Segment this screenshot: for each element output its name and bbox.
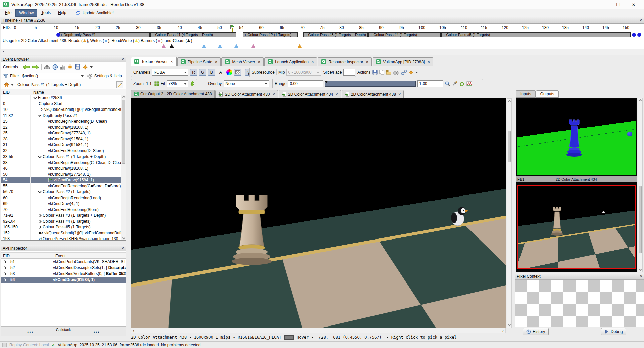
alpha-checkerboard-button[interactable] (234, 69, 241, 76)
thumbnail-attachment-438-selected[interactable] (517, 185, 636, 269)
update-available-button[interactable]: Update Available! (75, 10, 114, 16)
alpha-channel-button[interactable]: A (217, 69, 225, 76)
tab-mesh-viewer[interactable]: Mesh Viewer× (221, 57, 264, 66)
tab-texture-viewer[interactable]: Texture Viewer× (131, 57, 177, 66)
tab-close-icon[interactable]: × (366, 59, 369, 64)
event-row[interactable]: 105-150Colour Pass #5 (1 Targets) (1, 224, 122, 230)
tab-pipeline-state[interactable]: Pipeline State× (177, 57, 221, 66)
step-forward-icon[interactable] (32, 64, 39, 70)
fit-grid-icon[interactable] (154, 81, 159, 86)
event-row[interactable]: 92-104Colour Pass #4 (1 Targets) (1, 219, 122, 225)
copy-icon[interactable] (379, 70, 384, 75)
usage-marker-row[interactable] (1, 43, 644, 49)
event-row[interactable]: 54vkCmdDraw(91584, 1) (1, 177, 122, 183)
settings-help-link[interactable]: Settings & Help (94, 74, 122, 78)
expand-icon[interactable] (38, 214, 42, 217)
timeline-scroll-strip[interactable]: ‹ (1, 49, 644, 55)
timing-icon[interactable] (52, 64, 58, 70)
usage-marker-writes[interactable] (234, 44, 238, 48)
timeline-close-icon[interactable]: × (639, 19, 642, 22)
event-row[interactable]: 50vkCmdDraw(277248, 1) (1, 172, 122, 178)
callstack-strip[interactable]: Callstack ••• ••• (1, 326, 126, 336)
api-call-row[interactable]: 51vkCmdPushConstants(VK_SHADER_STAG (1, 259, 126, 265)
menu-item-tools[interactable]: Tools (38, 9, 54, 17)
home-icon[interactable] (4, 82, 9, 87)
pass-bar[interactable]: + Colour Pass #1 (4 Targets + Depth) (150, 32, 236, 37)
texture-image-viewport[interactable] (131, 98, 506, 328)
close-button[interactable]: ✕ (626, 0, 641, 9)
tab-close-icon[interactable]: × (335, 92, 338, 97)
usage-marker-reads[interactable] (298, 44, 302, 48)
tab-vulkanapp-pid-27988-[interactable]: VulkanApp [PID 27988]× (373, 57, 433, 66)
timeline-header[interactable]: Timeline - Frame #2536 × (1, 17, 644, 24)
usage-marker-writes[interactable] (218, 44, 222, 48)
event-row[interactable]: 69vkCmdDraw(4, 1) (1, 201, 122, 207)
tab-inputs[interactable]: Inputs (516, 90, 536, 98)
api-inspector-close-icon[interactable]: × (121, 247, 124, 250)
breadcrumb-caret[interactable] (11, 84, 14, 86)
collapse-icon[interactable] (38, 190, 42, 193)
usage-marker-clears[interactable] (170, 44, 174, 48)
tab-resource-inspector[interactable]: Resource Inspector× (318, 57, 372, 66)
histogram-icon[interactable] (466, 81, 472, 86)
action-marker-oval[interactable] (56, 33, 60, 37)
breadcrumb-label[interactable]: Colour Pass #1 (4 Targets + Depth) (17, 82, 81, 87)
channels-select[interactable]: RGBA (152, 69, 188, 76)
zoom-1-1-button[interactable]: 1:1 (145, 80, 153, 87)
debug-button[interactable]: Debug (601, 328, 626, 335)
range-min-input[interactable]: 0.00 (288, 80, 323, 87)
api-inspector-header[interactable]: API Inspector × (1, 245, 126, 251)
autofit-range-icon[interactable] (445, 81, 450, 87)
event-row[interactable]: 153vkQueuePresentKHR(Swapchain Image 130 (1, 236, 122, 241)
statistics-icon[interactable] (60, 64, 65, 70)
event-row[interactable]: 32vkCmdEndRendering(D=Store) (1, 148, 122, 154)
menu-item-file[interactable]: File (2, 9, 15, 17)
reset-range-icon[interactable] (459, 81, 465, 86)
eyedropper-icon[interactable] (452, 81, 457, 86)
event-row[interactable]: 71-91Colour Pass #3 (1 Targets + Depth) (1, 213, 122, 219)
custom-action-icon[interactable] (82, 64, 88, 70)
event-row[interactable]: 31vkCmdDraw(91584, 1) (1, 142, 122, 148)
timeline-ruler[interactable]: EID: 05101520253035404550546065707580859… (1, 24, 644, 32)
event-row[interactable]: 22vkCmdDraw(18108, 1) (1, 125, 122, 131)
texture-tab[interactable]: 2D Color Attachment 438× (342, 90, 404, 98)
event-list-scrollbar[interactable] (121, 95, 126, 240)
event-row[interactable]: 11-32Depth-only Pass #1 (1, 113, 122, 119)
tab-close-icon[interactable]: × (311, 59, 314, 64)
toolbar-dropdown-caret[interactable] (90, 66, 93, 68)
tab-close-icon[interactable]: × (258, 59, 261, 64)
tab-close-icon[interactable]: × (215, 59, 218, 64)
api-call-row[interactable]: 52vkCmdBindDescriptorSets(1, { Descripto… (1, 265, 126, 271)
overlay-select[interactable]: None (224, 80, 269, 87)
event-row[interactable]: 28vkCmdDraw(91584, 1) (1, 136, 122, 142)
expand-icon[interactable] (3, 278, 7, 281)
collapse-icon[interactable] (38, 155, 42, 158)
pass-bar[interactable]: + Colour Pass #5 (1 Targets) (441, 32, 631, 37)
flip-y-icon[interactable] (190, 81, 195, 87)
action-marker-oval[interactable] (632, 33, 636, 37)
texture-vertical-scrollbar[interactable] (507, 98, 512, 328)
usage-marker-barriers[interactable] (251, 44, 255, 48)
action-marker-oval[interactable] (637, 33, 641, 37)
thumbnails-scrollbar[interactable] (638, 98, 643, 272)
range-max-input[interactable]: 1.00 (417, 80, 443, 87)
expand-icon[interactable] (3, 266, 7, 269)
texture-horizontal-scrollbar[interactable]: ‹› (131, 328, 506, 333)
api-call-row[interactable]: 53vkCmdBindVertexBuffers(0, { Buffer 352… (1, 271, 126, 277)
event-browser-header[interactable]: Event Browser × (1, 56, 126, 62)
event-row[interactable]: 152=> vkQueueSubmit(1)[0]: vkEndCommandB… (1, 230, 122, 236)
actions-dropdown-caret[interactable] (415, 72, 418, 73)
blue-channel-button[interactable]: B (208, 69, 215, 76)
event-row[interactable]: 55vkCmdEndRendering(C=Store, D=Store) (1, 183, 122, 189)
green-channel-button[interactable]: G (199, 69, 206, 76)
texture-tab[interactable]: Cur Output 2 - 2D Color Attachment 438 (131, 90, 215, 98)
pass-bar[interactable]: + Colour Pass #2 (1 Targets) (243, 32, 298, 37)
link-icon[interactable] (401, 70, 407, 75)
expand-icon[interactable] (3, 272, 7, 275)
usage-marker-writes[interactable] (202, 44, 206, 48)
timeline-pass-bars[interactable]: + Depth-only Pass #1+ Colour Pass #1 (4 … (1, 32, 644, 38)
menu-item-window[interactable]: Window (15, 9, 37, 17)
history-button[interactable]: History (523, 328, 549, 335)
event-row[interactable]: 70vkCmdEndRendering(Store) (1, 207, 122, 213)
event-row[interactable]: 25vkCmdDraw(277248, 1) (1, 130, 122, 136)
